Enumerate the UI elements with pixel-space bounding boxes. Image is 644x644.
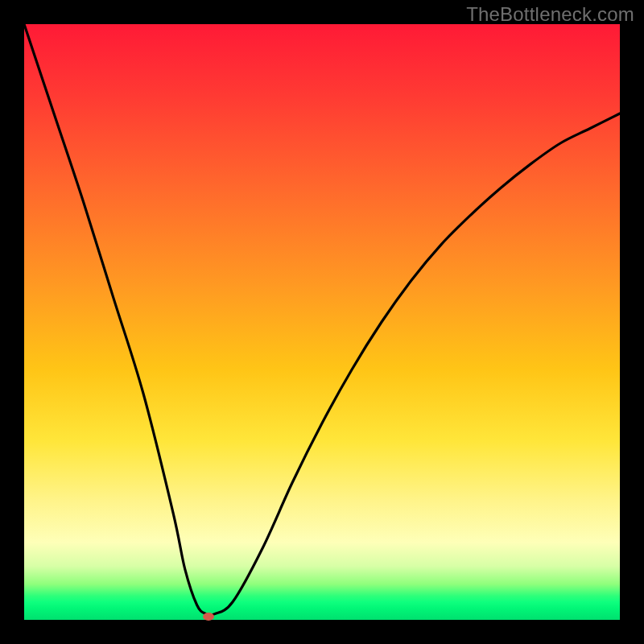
chart-frame: TheBottleneck.com xyxy=(0,0,644,644)
minimum-marker-icon xyxy=(203,613,214,621)
watermark-text: TheBottleneck.com xyxy=(466,3,634,26)
bottleneck-curve xyxy=(24,24,620,620)
plot-area xyxy=(24,24,620,620)
